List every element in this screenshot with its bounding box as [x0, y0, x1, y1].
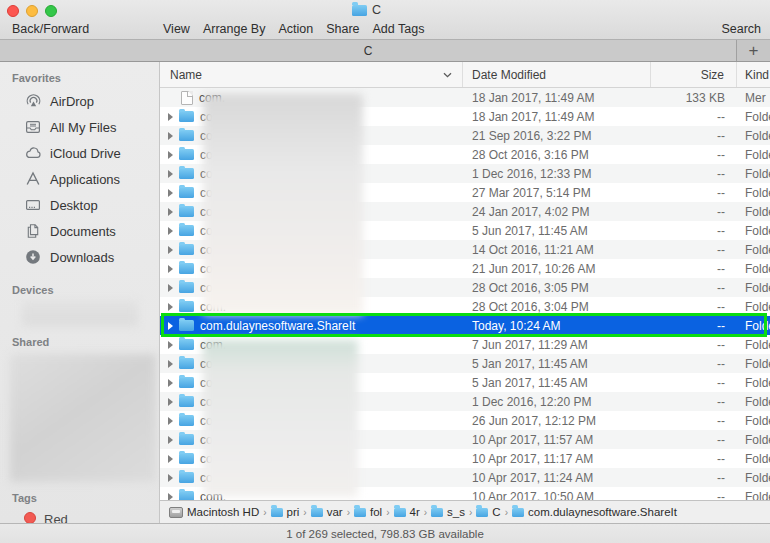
disclosure-triangle-icon[interactable] — [168, 474, 173, 482]
sort-chevron-icon — [443, 72, 452, 78]
close-button[interactable] — [7, 5, 19, 17]
favorites-list: AirDrop All My Files iCloud Drive Applic… — [0, 88, 160, 270]
titlebar: Back/Forward C View Arrange By Action Sh… — [0, 0, 770, 40]
path-segment[interactable]: pri — [271, 506, 300, 518]
disclosure-triangle-icon[interactable] — [168, 170, 173, 178]
kind-cell: Folder — [737, 471, 770, 485]
disclosure-triangle-icon[interactable] — [168, 246, 173, 254]
path-segment[interactable]: s_s — [431, 506, 465, 518]
disclosure-triangle-icon[interactable] — [168, 493, 173, 501]
folder-icon — [271, 508, 283, 517]
sidebar-item-label: Desktop — [50, 198, 98, 213]
window-title: C — [372, 3, 381, 17]
arrange-by-button[interactable]: Arrange By — [203, 22, 266, 36]
size-cell: -- — [651, 262, 737, 276]
path-segment[interactable]: Macintosh HD — [169, 506, 259, 518]
disclosure-triangle-icon[interactable] — [168, 303, 173, 311]
disclosure-triangle-icon[interactable] — [168, 189, 173, 197]
sidebar-item-all-my-files[interactable]: All My Files — [0, 114, 160, 140]
share-button[interactable]: Share — [326, 22, 359, 36]
disclosure-triangle-icon[interactable] — [168, 398, 173, 406]
sidebar-item-airdrop[interactable]: AirDrop — [0, 88, 160, 114]
size-cell: -- — [651, 471, 737, 485]
folder-icon — [512, 508, 524, 517]
size-cell: -- — [651, 452, 737, 466]
disclosure-triangle-icon[interactable] — [168, 436, 173, 444]
red-tag-icon[interactable] — [24, 512, 36, 523]
kind-cell: Folder — [737, 110, 770, 124]
column-header-size[interactable]: Size — [651, 62, 737, 87]
sidebar-item-tag-red[interactable]: Red — [44, 512, 68, 523]
folder-icon — [179, 111, 194, 122]
sidebar: Favorites AirDrop All My Files iCloud Dr… — [0, 62, 160, 523]
kind-cell: Folder — [737, 414, 770, 428]
shared-section-title: Shared — [12, 336, 49, 348]
disclosure-triangle-icon[interactable] — [168, 341, 173, 349]
size-cell: -- — [651, 148, 737, 162]
folder-icon — [179, 187, 194, 198]
kind-cell: Folder — [737, 243, 770, 257]
kind-cell: Folder — [737, 129, 770, 143]
folder-icon — [179, 453, 194, 464]
kind-cell: Folder — [737, 433, 770, 447]
disclosure-triangle-icon[interactable] — [168, 379, 173, 387]
date-modified-cell: 10 Apr 2017, 10:50 AM — [463, 490, 651, 501]
folder-icon — [179, 358, 194, 369]
date-modified-cell: 5 Jan 2017, 11:45 AM — [463, 376, 651, 390]
column-header-kind[interactable]: Kind — [737, 62, 770, 87]
back-forward-button[interactable]: Back/Forward — [12, 22, 89, 36]
search-button[interactable]: Search — [721, 22, 761, 36]
disclosure-triangle-icon[interactable] — [168, 417, 173, 425]
disclosure-triangle-icon[interactable] — [168, 113, 173, 121]
add-tags-button[interactable]: Add Tags — [373, 22, 425, 36]
kind-cell: Folder — [737, 357, 770, 371]
sidebar-item-applications[interactable]: Applications — [0, 166, 160, 192]
path-segment[interactable]: C — [476, 506, 500, 518]
path-separator: › — [303, 507, 306, 518]
disclosure-triangle-icon[interactable] — [168, 322, 173, 330]
disclosure-triangle-icon[interactable] — [168, 455, 173, 463]
disclosure-triangle-icon[interactable] — [168, 360, 173, 368]
zoom-button[interactable] — [45, 5, 57, 17]
date-modified-cell: 1 Dec 2016, 12:33 PM — [463, 167, 651, 181]
path-segment-label: com.dulaynesoftware.ShareIt — [528, 506, 677, 518]
folder-icon — [179, 396, 194, 407]
tab-c[interactable]: C — [0, 40, 736, 61]
status-bar: 1 of 269 selected, 798.83 GB available — [0, 523, 770, 543]
sidebar-item-icloud-drive[interactable]: iCloud Drive — [0, 140, 160, 166]
folder-icon — [179, 491, 194, 500]
disclosure-triangle-icon[interactable] — [168, 208, 173, 216]
blurred-shared-items[interactable] — [10, 354, 156, 482]
folder-icon — [179, 168, 194, 179]
path-segment[interactable]: var — [311, 506, 343, 518]
kind-cell: Folder — [737, 224, 770, 238]
downloads-icon — [24, 249, 42, 265]
disclosure-triangle-icon[interactable] — [168, 151, 173, 159]
sidebar-item-desktop[interactable]: Desktop — [0, 192, 160, 218]
column-header-name[interactable]: Name — [160, 62, 463, 87]
disclosure-triangle-icon[interactable] — [168, 132, 173, 140]
column-header-date-modified[interactable]: Date Modified — [463, 62, 651, 87]
view-button[interactable]: View — [163, 22, 190, 36]
folder-icon — [311, 508, 323, 517]
path-segment[interactable]: com.dulaynesoftware.ShareIt — [512, 506, 677, 518]
kind-cell: Folder — [737, 300, 770, 314]
new-tab-button[interactable]: + — [736, 40, 770, 61]
folder-icon — [179, 377, 194, 388]
minimize-button[interactable] — [26, 5, 38, 17]
path-segment[interactable]: 4r — [394, 506, 420, 518]
path-segment[interactable]: fol — [354, 506, 382, 518]
sidebar-item-documents[interactable]: Documents — [0, 218, 160, 244]
sidebar-item-downloads[interactable]: Downloads — [0, 244, 160, 270]
window-title-proxy[interactable]: C — [352, 3, 381, 17]
action-button[interactable]: Action — [278, 22, 313, 36]
disclosure-triangle-icon[interactable] — [168, 227, 173, 235]
disclosure-triangle-icon[interactable] — [168, 265, 173, 273]
blurred-device-item[interactable] — [22, 300, 138, 326]
size-cell: -- — [651, 319, 737, 333]
folder-icon — [179, 472, 194, 483]
date-modified-cell: 28 Oct 2016, 3:05 PM — [463, 281, 651, 295]
file-row-selected[interactable]: com.dulaynesoftware.ShareItToday, 10:24 … — [160, 316, 770, 335]
disclosure-triangle-icon[interactable] — [168, 284, 173, 292]
desktop-icon — [24, 197, 42, 213]
